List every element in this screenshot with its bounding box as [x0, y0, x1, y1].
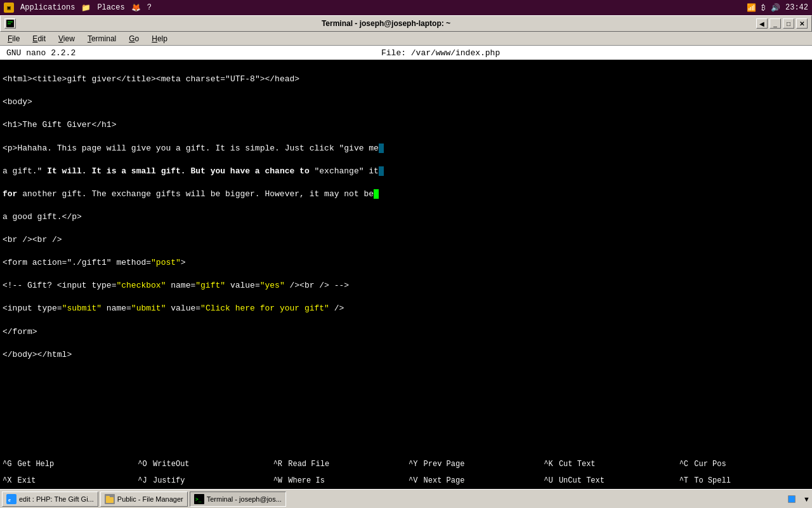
maximize-btn[interactable]: □: [783, 18, 794, 29]
time-display: 23:42: [785, 3, 808, 12]
taskbar-item-terminal-label: Terminal - joseph@jos...: [207, 495, 282, 503]
terminal-app-icon: >_: [194, 494, 204, 504]
close-btn[interactable]: ✕: [796, 18, 808, 29]
shortcut-uncut-text[interactable]: ^U UnCut Text: [541, 472, 676, 489]
taskbar: e edit : PHP: The Gift Gi... Public - Fi…: [0, 489, 812, 508]
terminal-menubar: File Edit View Terminal Go Help: [0, 32, 812, 46]
system-tray: ▼: [787, 494, 810, 504]
shortcut-to-spell[interactable]: ^T To Spell: [677, 472, 812, 489]
apps-menu[interactable]: Applications: [20, 3, 75, 12]
system-bar-right: 📶 ₿ 🔊 23:42: [747, 3, 808, 13]
shortcut-get-help[interactable]: ^G Get Help: [0, 456, 135, 472]
svg-text:>_: >_: [195, 497, 202, 502]
menu-edit[interactable]: Edit: [27, 33, 51, 44]
network-icon: 📶: [747, 3, 756, 13]
minimize-btn[interactable]: _: [769, 18, 781, 29]
shortcut-writeout[interactable]: ^O WriteOut: [135, 456, 270, 472]
places-menu[interactable]: Places: [97, 3, 124, 12]
shortcut-exit[interactable]: ^X Exit: [0, 472, 135, 489]
files-app-icon: [105, 494, 115, 504]
titlebar-icon: [4, 18, 16, 29]
taskbar-item-files[interactable]: Public - File Manager: [100, 491, 188, 507]
nano-filename: File: /var/www/index.php: [381, 48, 500, 58]
tray-icon: [787, 494, 797, 504]
nano-shortcuts: ^G Get Help ^O WriteOut ^R Read File ^Y …: [0, 456, 812, 489]
edit-app-icon: e: [6, 494, 16, 504]
menu-terminal[interactable]: Terminal: [82, 33, 121, 44]
app-icon: ▣: [4, 3, 14, 13]
taskbar-item-edit[interactable]: e edit : PHP: The Gift Gi...: [2, 491, 98, 507]
terminal-title: Terminal - joseph@joseph-laptop: ~: [16, 19, 756, 28]
titlebar-buttons: ◀ _ □ ✕: [756, 18, 808, 29]
nav-back-btn[interactable]: ◀: [756, 18, 768, 29]
menu-view[interactable]: View: [53, 33, 80, 44]
shortcut-where-is[interactable]: ^W Where Is: [271, 472, 406, 489]
shortcut-next-page[interactable]: ^V Next Page: [406, 472, 541, 489]
menu-help[interactable]: Help: [147, 33, 173, 44]
svg-rect-1: [8, 22, 13, 22]
shortcut-prev-page[interactable]: ^Y Prev Page: [406, 456, 541, 472]
sound-icon: 🔊: [771, 3, 780, 13]
taskbar-item-terminal[interactable]: >_ Terminal - joseph@jos...: [190, 491, 286, 507]
terminal-window: Terminal - joseph@joseph-laptop: ~ ◀ _ □…: [0, 15, 812, 489]
svg-rect-6: [106, 497, 114, 503]
bluetooth-icon: ₿: [761, 3, 766, 13]
svg-text:e: e: [8, 497, 11, 503]
taskbar-item-edit-label: edit : PHP: The Gift Gi...: [19, 495, 94, 503]
system-bar: ▣ Applications 📁 Places 🦊 ? 📶 ₿ 🔊 23:42: [0, 0, 812, 15]
svg-rect-2: [8, 23, 11, 24]
shortcut-read-file[interactable]: ^R Read File: [271, 456, 406, 472]
menu-file[interactable]: File: [3, 33, 25, 44]
system-bar-left: ▣ Applications 📁 Places 🦊 ?: [4, 3, 152, 13]
taskbar-item-files-label: Public - File Manager: [117, 495, 183, 503]
places-icon: 📁: [81, 3, 91, 13]
shortcuts-row-2: ^X Exit ^J Justify ^W Where Is ^V Next P…: [0, 472, 812, 489]
svg-rect-12: [789, 496, 795, 502]
help-menu[interactable]: ?: [147, 3, 152, 12]
tray-time: ▼: [803, 495, 810, 503]
shortcut-justify[interactable]: ^J Justify: [135, 472, 270, 489]
terminal-titlebar: Terminal - joseph@joseph-laptop: ~ ◀ _ □…: [0, 15, 812, 32]
svg-rect-7: [106, 496, 110, 498]
nano-editor[interactable]: <html><title>gift giver</title><meta cha…: [0, 60, 812, 456]
nano-version: GNU nano 2.2.2: [6, 48, 75, 58]
firefox-icon: 🦊: [131, 3, 141, 13]
shortcut-cut-text[interactable]: ^K Cut Text: [541, 456, 676, 472]
nano-header: GNU nano 2.2.2 File: /var/www/index.php: [0, 46, 812, 60]
shortcuts-row-1: ^G Get Help ^O WriteOut ^R Read File ^Y …: [0, 456, 812, 472]
shortcut-cur-pos[interactable]: ^C Cur Pos: [677, 456, 812, 472]
menu-go[interactable]: Go: [124, 33, 144, 44]
